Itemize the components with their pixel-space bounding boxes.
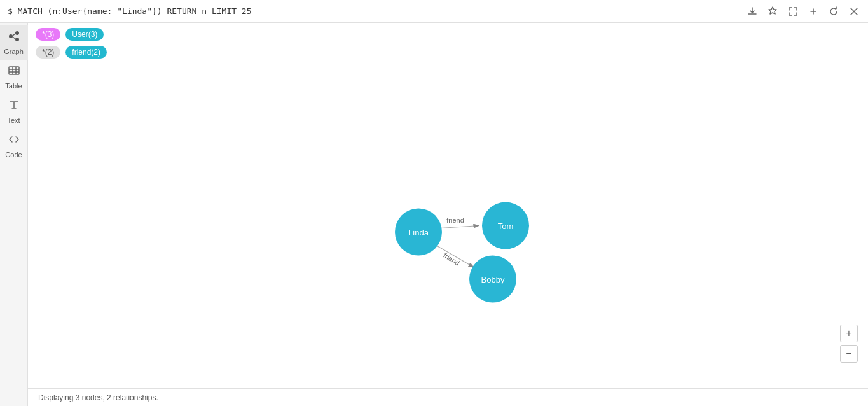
edge-label-linda-tom: friend [446,216,464,224]
code-icon [8,133,20,149]
svg-point-0 [9,34,13,38]
main-layout: Graph Table Text [0,23,868,406]
collapse-icon[interactable] [807,5,820,18]
zoom-controls: + − [840,325,858,363]
filter-row-1: *(3) User(3) [36,28,860,41]
svg-line-3 [13,34,15,36]
graph-icon [8,30,20,46]
friend-badge[interactable]: friend(2) [65,46,107,59]
query-text: $ MATCH (n:User{name: "Linda"}) RETURN n… [8,6,252,16]
node-linda-label: Linda [408,228,429,237]
top-bar-actions [746,5,860,18]
content-area: *(3) User(3) *(2) friend(2) friend [28,23,868,406]
sidebar-item-graph-label: Graph [4,48,24,55]
graph-svg: friend friend Linda Tom Bobby [28,64,868,388]
top-bar: $ MATCH (n:User{name: "Linda"}) RETURN n… [0,0,868,23]
pin-icon[interactable] [766,5,779,18]
svg-line-4 [13,37,15,39]
node-bobby-label: Bobby [481,275,505,284]
text-icon [8,99,20,115]
sidebar-item-text[interactable]: Text [0,94,28,129]
sidebar-item-text-label: Text [7,116,20,124]
refresh-icon[interactable] [827,5,840,18]
filter-bar: *(3) User(3) *(2) friend(2) [28,23,868,64]
edge-label-linda-bobby: friend [442,251,461,267]
nodes-badge[interactable]: *(3) [36,28,60,41]
zoom-out-button[interactable]: − [840,345,858,363]
sidebar-item-table[interactable]: Table [0,60,28,94]
user-badge[interactable]: User(3) [65,28,104,41]
edge-linda-tom [441,226,479,228]
sidebar-item-graph[interactable]: Graph [0,25,28,60]
svg-point-2 [15,38,19,41]
filter-row-2: *(2) friend(2) [36,46,860,59]
node-tom-label: Tom [498,221,514,231]
sidebar-item-code[interactable]: Code [0,129,28,163]
status-text: Displaying 3 nodes, 2 relationships. [38,393,158,402]
rels-badge[interactable]: *(2) [36,46,60,59]
expand-icon[interactable] [787,5,799,18]
table-icon [8,64,20,80]
download-icon[interactable] [746,5,759,18]
status-bar: Displaying 3 nodes, 2 relationships. [28,388,868,406]
svg-point-1 [15,31,19,35]
svg-rect-5 [9,67,19,74]
graph-canvas[interactable]: friend friend Linda Tom Bobby + − [28,64,868,388]
sidebar: Graph Table Text [0,23,28,406]
sidebar-item-code-label: Code [5,151,22,158]
zoom-in-button[interactable]: + [840,325,858,342]
sidebar-item-table-label: Table [5,82,22,90]
close-icon[interactable] [848,5,860,18]
